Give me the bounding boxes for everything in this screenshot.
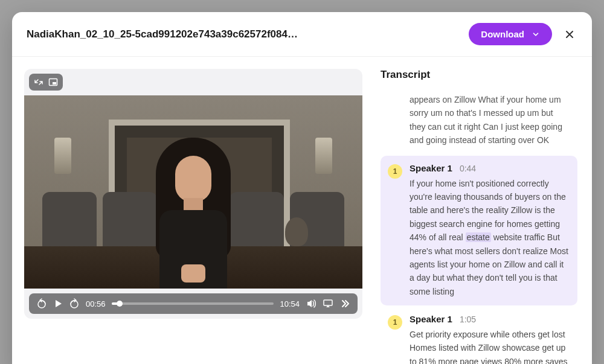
transcript-entry[interactable]: appears on Zillow What if your home um s… [381, 86, 577, 155]
download-button[interactable]: Download [469, 23, 552, 45]
chevron-down-icon [532, 30, 540, 39]
rewind-icon [36, 298, 47, 309]
video-pane: 00:56 10:54 [12, 57, 374, 364]
video-overlay-control-group[interactable] [29, 74, 63, 91]
close-icon [564, 29, 575, 40]
speaker-name: Speaker 1 [410, 163, 452, 173]
svg-rect-4 [324, 300, 332, 305]
expand-icon [34, 77, 43, 87]
current-time: 00:56 [86, 299, 106, 308]
progress-bar[interactable] [112, 302, 274, 305]
speaker-name: Speaker 1 [410, 314, 452, 324]
modal-body: 00:56 10:54 [12, 57, 592, 364]
speaker-avatar: 1 [388, 164, 402, 179]
duration-time: 10:54 [280, 299, 300, 308]
play-icon [53, 299, 63, 308]
transcript-text: appears on Zillow What if your home um s… [410, 93, 570, 147]
video-controls-bar: 00:56 10:54 [29, 293, 358, 314]
transcript-pane: Transcript appears on Zillow What if you… [374, 57, 592, 364]
download-label: Download [481, 29, 524, 39]
search-highlight: estate [466, 232, 491, 242]
video-speaker-person [139, 138, 248, 289]
close-button[interactable] [562, 27, 577, 42]
entry-timestamp: 1:05 [460, 315, 476, 324]
header-actions: Download [469, 23, 577, 45]
video-frame[interactable] [24, 95, 362, 289]
volume-icon [306, 298, 316, 309]
double-chevron-right-icon [339, 298, 350, 309]
more-button[interactable] [339, 298, 350, 309]
transcript-list[interactable]: appears on Zillow What if your home um s… [381, 86, 577, 364]
transcript-title: Transcript [381, 69, 577, 81]
speaker-avatar: 1 [388, 315, 402, 330]
svg-rect-1 [53, 82, 56, 85]
transcript-text: If your home isn't positioned correctly … [410, 177, 570, 299]
video-container: 00:56 10:54 [24, 69, 362, 319]
picture-in-picture-icon [48, 77, 58, 87]
forward-icon [69, 298, 80, 309]
file-title: NadiaKhan_02_10_25-5cad991202e743a39c625… [27, 28, 298, 40]
progress-thumb[interactable] [117, 301, 123, 307]
forward-button[interactable] [69, 298, 80, 309]
video-top-controls [24, 69, 362, 95]
airplay-button[interactable] [323, 298, 333, 309]
transcript-entry[interactable]: 1 Speaker 1 0:44 If your home isn't posi… [381, 156, 577, 306]
airplay-icon [323, 298, 333, 309]
transcript-text: Get priority exposure while others get l… [410, 328, 570, 364]
entry-timestamp: 0:44 [460, 164, 476, 173]
transcript-entry[interactable]: 1 Speaker 1 1:05 Get priority exposure w… [381, 307, 577, 364]
volume-button[interactable] [306, 298, 316, 309]
play-button[interactable] [53, 299, 63, 308]
rewind-button[interactable] [36, 298, 47, 309]
modal-header: NadiaKhan_02_10_25-5cad991202e743a39c625… [12, 12, 592, 57]
video-transcript-modal: NadiaKhan_02_10_25-5cad991202e743a39c625… [12, 12, 592, 364]
